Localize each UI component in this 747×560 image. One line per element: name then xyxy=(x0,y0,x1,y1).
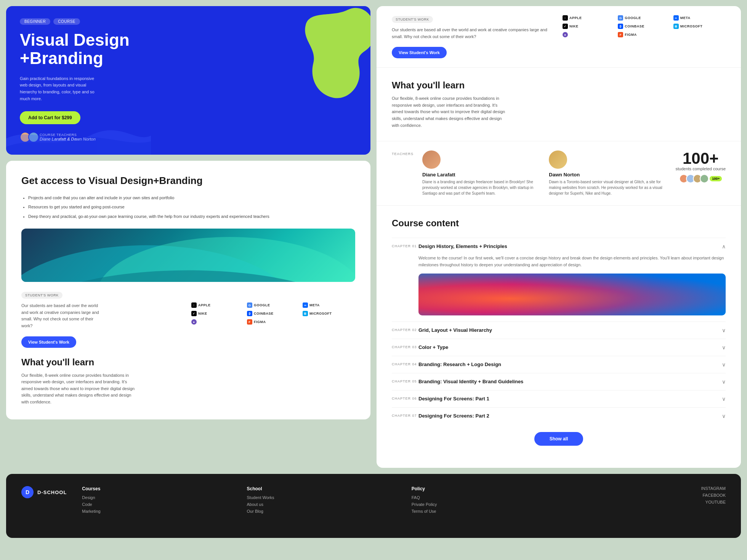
apple-icon:  xyxy=(191,302,197,308)
view-students-button-right[interactable]: View Student's Work xyxy=(392,47,447,58)
chapter-01-name: Design History, Elements + Principles xyxy=(418,243,722,249)
count-avatar-4 xyxy=(700,174,709,183)
chapter-04-name: Branding: Research + Logo Design xyxy=(418,362,722,367)
right-logo-google: G GOOGLE xyxy=(618,15,670,21)
chapter-05-chevron: ∨ xyxy=(722,379,726,385)
left-column: BEGINNER COURSE Visual Design +Branding … xyxy=(6,6,370,468)
footer-link-privacy[interactable]: Private Policy xyxy=(412,502,561,507)
logo-meta: ∞ META xyxy=(303,302,355,308)
learn-desc-left: Our flexible, 8-week online course provi… xyxy=(21,372,136,406)
footer-link-facebook[interactable]: FACEBOOK xyxy=(576,493,726,498)
chapter-03-label: CHAPTER 03 xyxy=(392,344,418,349)
access-item-3: Deep theory and practical, go-at-your-ow… xyxy=(28,213,355,220)
footer-col-courses: Courses Design Code Marketing xyxy=(82,486,231,516)
chapter-05: CHAPTER 05 Branding: Visual Identity + B… xyxy=(392,373,726,390)
show-all-button[interactable]: Show all xyxy=(534,432,583,446)
chapter-04-chevron: ∨ xyxy=(722,362,726,368)
left-learn-section: What you'll learn Our flexible, 8-week o… xyxy=(21,348,355,406)
right-figma-icon: F xyxy=(618,32,623,37)
teachers-section: TEACHERS Diane Larafatt Diane is a brand… xyxy=(377,141,741,206)
chapter-06-header[interactable]: CHAPTER 06 Designing For Screens: Part 1… xyxy=(392,390,726,407)
right-students-section: STUDENT'S WORK Our students are based al… xyxy=(377,6,741,68)
logo-microsoft: ⊞ MICROSOFT xyxy=(303,311,355,316)
footer-courses-title: Courses xyxy=(82,486,231,491)
right-logo-circle: ● xyxy=(563,32,615,37)
chapter-02: CHAPTER 02 Grid, Layout + Visual Hierarc… xyxy=(392,322,726,339)
footer-link-design[interactable]: Design xyxy=(82,495,231,500)
footer-link-marketing[interactable]: Marketing xyxy=(82,509,231,514)
right-circle-icon: ● xyxy=(563,32,568,37)
access-list: Projects and code that you can alter and… xyxy=(21,195,355,220)
footer-link-about[interactable]: About us xyxy=(247,502,396,507)
count-badge: 100+ xyxy=(710,176,722,181)
chapter-02-chevron: ∨ xyxy=(722,327,726,333)
footer-link-blog[interactable]: Our Blog xyxy=(247,509,396,514)
chapter-01-chevron: ∧ xyxy=(722,243,726,250)
access-item-2: Resources to get you started and going p… xyxy=(28,204,355,210)
dawn-bio: Dawn is a Toronto-based senior visual de… xyxy=(549,179,666,196)
diane-bio: Diane is a branding and design freelance… xyxy=(422,179,540,196)
dawn-photo xyxy=(549,150,567,169)
coinbase-icon: ₿ xyxy=(247,311,252,316)
circle-icon: ● xyxy=(191,319,197,325)
course-title: Course content xyxy=(392,218,726,229)
footer-link-instagram[interactable]: INSTAGRAM xyxy=(576,486,726,491)
footer-policy-title: Policy xyxy=(412,486,561,491)
chapter-07-header[interactable]: CHAPTER 07 Designing For Screens: Part 2… xyxy=(392,408,726,424)
chapter-06-name: Designing For Screens: Part 1 xyxy=(418,396,722,402)
logo-nike: ✓ NIKE xyxy=(191,311,244,316)
count-label: students completed course xyxy=(676,166,726,171)
access-card: Get access to Visual Design+Branding Pro… xyxy=(6,161,370,419)
microsoft-icon: ⊞ xyxy=(303,311,308,316)
hero-card: BEGINNER COURSE Visual Design +Branding … xyxy=(6,6,370,155)
footer-link-terms[interactable]: Terms of Use xyxy=(412,509,561,514)
google-icon: G xyxy=(247,302,252,308)
right-logo-apple:  APPLE xyxy=(563,15,615,21)
footer-col-school: School Student Works About us Our Blog xyxy=(247,486,396,516)
course-content: Course content CHAPTER 01 Design History… xyxy=(377,206,741,458)
footer-school-title: School xyxy=(247,486,396,491)
students-desc-right: Our students are based all over the worl… xyxy=(392,27,555,40)
right-apple-icon:  xyxy=(563,15,568,21)
footer-col-social: INSTAGRAM FACEBOOK YOUTUBE xyxy=(576,486,726,507)
right-logo-nike: ✓ NIKE xyxy=(563,24,615,29)
right-google-icon: G xyxy=(618,15,623,21)
learn-title-left: What you'll learn xyxy=(21,357,355,368)
chapter-04: CHAPTER 04 Branding: Research + Logo Des… xyxy=(392,356,726,373)
teachers-grid: Diane Larafatt Diane is a branding and d… xyxy=(422,150,726,196)
chapter-03-name: Color + Type xyxy=(418,344,722,350)
chapter-05-name: Branding: Visual Identity + Brand Guidel… xyxy=(418,379,722,384)
footer-link-youtube[interactable]: YOUTUBE xyxy=(576,500,726,504)
figma-icon: F xyxy=(247,319,252,325)
nike-icon: ✓ xyxy=(191,311,197,316)
chapter-02-label: CHAPTER 02 xyxy=(392,327,418,332)
count-avatars: 100+ xyxy=(679,174,722,183)
chapter-04-header[interactable]: CHAPTER 04 Branding: Research + Logo Des… xyxy=(392,356,726,373)
teachers-label-section: TEACHERS xyxy=(392,150,415,156)
count-number: 100+ xyxy=(683,150,719,166)
chapter-02-header[interactable]: CHAPTER 02 Grid, Layout + Visual Hierarc… xyxy=(392,322,726,339)
chapter-04-label: CHAPTER 04 xyxy=(392,362,418,366)
footer: D D-SCHOOL Courses Design Code Marketing… xyxy=(6,474,741,538)
chapter-01-header[interactable]: CHAPTER 01 Design History, Elements + Pr… xyxy=(392,238,726,255)
chapter-01-image xyxy=(418,274,726,315)
students-count: 100+ students completed course 100+ xyxy=(676,150,726,196)
diane-photo xyxy=(422,150,441,169)
access-image xyxy=(21,229,355,282)
right-logo-figma: F FIGMA xyxy=(618,32,670,37)
chapter-03-header[interactable]: CHAPTER 03 Color + Type ∨ xyxy=(392,339,726,356)
footer-brand: D D-SCHOOL xyxy=(21,486,67,498)
footer-link-code[interactable]: Code xyxy=(82,502,231,507)
chapter-06-chevron: ∨ xyxy=(722,396,726,402)
meta-icon: ∞ xyxy=(303,302,308,308)
students-tag-left: STUDENT'S WORK xyxy=(21,292,63,299)
view-students-button-left[interactable]: View Student's Work xyxy=(21,336,76,348)
chapter-05-header[interactable]: CHAPTER 05 Branding: Visual Identity + B… xyxy=(392,373,726,390)
left-students-section: STUDENT'S WORK Our students are based al… xyxy=(21,291,355,347)
footer-brand-name: D-SCHOOL xyxy=(37,490,67,495)
footer-link-student-works[interactable]: Student Works xyxy=(247,495,396,500)
logo-figma: F FIGMA xyxy=(247,319,300,325)
right-column: STUDENT'S WORK Our students are based al… xyxy=(377,6,741,468)
footer-col-policy: Policy FAQ Private Policy Terms of Use xyxy=(412,486,561,516)
footer-link-faq[interactable]: FAQ xyxy=(412,495,561,500)
